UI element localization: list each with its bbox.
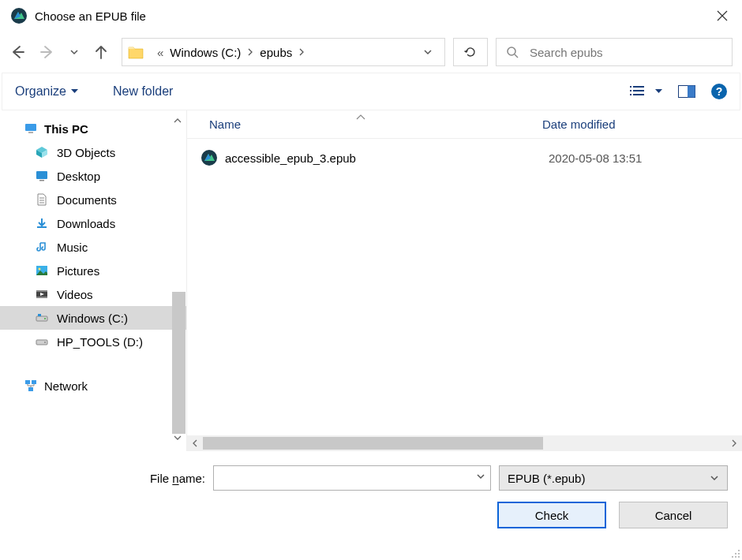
sidebar-item-documents[interactable]: Documents <box>0 188 186 211</box>
chevron-down-icon <box>710 473 719 483</box>
svg-rect-12 <box>36 171 47 179</box>
sidebar-scrollbar-thumb[interactable] <box>172 292 186 434</box>
music-icon <box>35 240 49 254</box>
drive-icon <box>35 334 49 349</box>
address-history-button[interactable] <box>416 47 440 57</box>
column-header-name[interactable]: Name <box>187 118 534 131</box>
search-icon <box>506 46 519 58</box>
filename-dropdown-icon[interactable] <box>476 472 485 481</box>
refresh-button[interactable] <box>453 38 488 66</box>
breadcrumb-item[interactable]: epubs <box>260 46 292 59</box>
chevron-right-icon <box>298 48 305 56</box>
search-box[interactable] <box>496 38 733 66</box>
sidebar-root-network[interactable]: Network <box>0 374 186 398</box>
svg-rect-13 <box>39 180 44 181</box>
breadcrumb[interactable]: « Windows (C:) epubs <box>151 46 416 59</box>
svg-rect-2 <box>630 86 631 88</box>
sidebar-item-windows-c[interactable]: Windows (C:) <box>0 306 186 330</box>
svg-point-23 <box>44 342 46 343</box>
file-name: accessible_epub_3.epub <box>225 151 549 165</box>
scroll-up-button[interactable] <box>171 114 185 128</box>
view-options-button[interactable] <box>630 85 662 98</box>
resize-grip-icon[interactable] <box>731 549 740 558</box>
column-header-date[interactable]: Date modified <box>534 118 616 131</box>
search-input[interactable] <box>528 45 722 60</box>
sidebar: This PC 3D Objects Desktop Documents Dow… <box>0 110 186 451</box>
breadcrumb-prefix: « <box>157 46 163 59</box>
video-icon <box>35 287 49 301</box>
svg-point-30 <box>738 553 740 554</box>
app-icon <box>11 8 27 24</box>
nav-bar: « Windows (C:) epubs <box>0 32 742 73</box>
scroll-left-button[interactable] <box>187 435 203 451</box>
picture-icon <box>35 263 49 278</box>
svg-rect-6 <box>630 94 631 95</box>
sidebar-item-videos[interactable]: Videos <box>0 282 186 306</box>
title-bar: Choose an EPUB file <box>0 0 742 32</box>
svg-point-32 <box>735 556 736 558</box>
column-headers: Name Date modified <box>187 110 742 139</box>
check-button[interactable]: Check <box>497 502 606 528</box>
sidebar-item-pictures[interactable]: Pictures <box>0 259 186 282</box>
sidebar-item-music[interactable]: Music <box>0 235 186 259</box>
drive-icon <box>35 311 49 325</box>
sidebar-item-downloads[interactable]: Downloads <box>0 211 186 235</box>
sort-ascending-icon <box>356 114 365 121</box>
download-icon <box>35 216 49 230</box>
sidebar-item-3d-objects[interactable]: 3D Objects <box>0 140 186 164</box>
forward-button[interactable] <box>39 44 55 60</box>
caret-down-icon <box>71 89 78 94</box>
svg-rect-25 <box>32 380 36 384</box>
organize-menu[interactable]: Organize <box>15 84 78 99</box>
breadcrumb-item[interactable]: Windows (C:) <box>170 46 241 59</box>
file-list[interactable]: accessible_epub_3.epub 2020-05-08 13:51 <box>187 139 742 435</box>
document-icon <box>35 192 49 207</box>
caret-down-icon <box>655 89 662 94</box>
this-pc-icon <box>24 121 38 136</box>
file-row[interactable]: accessible_epub_3.epub 2020-05-08 13:51 <box>187 145 742 170</box>
back-button[interactable] <box>9 44 25 60</box>
cancel-button[interactable]: Cancel <box>619 502 728 528</box>
network-icon <box>24 379 38 393</box>
svg-point-15 <box>39 268 41 271</box>
desktop-icon <box>35 169 49 183</box>
file-area: Name Date modified accessible_epub_3.epu… <box>186 110 742 451</box>
bottom-panel: File name: EPUB (*.epub) Check Cancel <box>0 451 742 552</box>
svg-rect-20 <box>38 314 41 316</box>
filetype-select[interactable]: EPUB (*.epub) <box>499 465 728 491</box>
svg-rect-4 <box>630 90 631 91</box>
chevron-right-icon <box>247 48 253 56</box>
address-bar[interactable]: « Windows (C:) epubs <box>122 38 445 66</box>
new-folder-button[interactable]: New folder <box>113 84 173 99</box>
organize-label: Organize <box>15 84 66 99</box>
horizontal-scrollbar[interactable] <box>187 435 742 451</box>
window-title: Choose an EPUB file <box>35 9 703 23</box>
scrollbar-thumb[interactable] <box>203 437 543 450</box>
svg-point-29 <box>735 553 736 554</box>
sidebar-item-hp-tools-d[interactable]: HP_TOOLS (D:) <box>0 330 186 353</box>
folder-icon <box>127 43 144 61</box>
sidebar-item-desktop[interactable]: Desktop <box>0 164 186 188</box>
svg-point-21 <box>44 318 46 319</box>
scroll-right-button[interactable] <box>726 435 742 451</box>
file-date: 2020-05-08 13:51 <box>549 151 642 165</box>
svg-rect-24 <box>25 380 30 384</box>
svg-rect-18 <box>36 297 47 298</box>
svg-rect-11 <box>28 132 33 133</box>
svg-point-31 <box>732 556 733 558</box>
epub-file-icon <box>201 150 217 166</box>
svg-point-28 <box>738 550 740 551</box>
svg-rect-26 <box>28 387 33 391</box>
svg-rect-9 <box>688 86 695 98</box>
close-button[interactable] <box>703 0 742 32</box>
sidebar-root-this-pc[interactable]: This PC <box>0 117 186 140</box>
help-button[interactable]: ? <box>711 84 727 99</box>
svg-rect-10 <box>25 124 36 131</box>
filename-input[interactable] <box>213 465 491 491</box>
filename-label: File name: <box>0 472 205 485</box>
up-button[interactable] <box>93 44 109 60</box>
recent-locations-button[interactable] <box>69 47 79 57</box>
scroll-down-button[interactable] <box>171 431 185 445</box>
svg-point-1 <box>508 47 515 55</box>
preview-pane-button[interactable] <box>678 85 695 98</box>
